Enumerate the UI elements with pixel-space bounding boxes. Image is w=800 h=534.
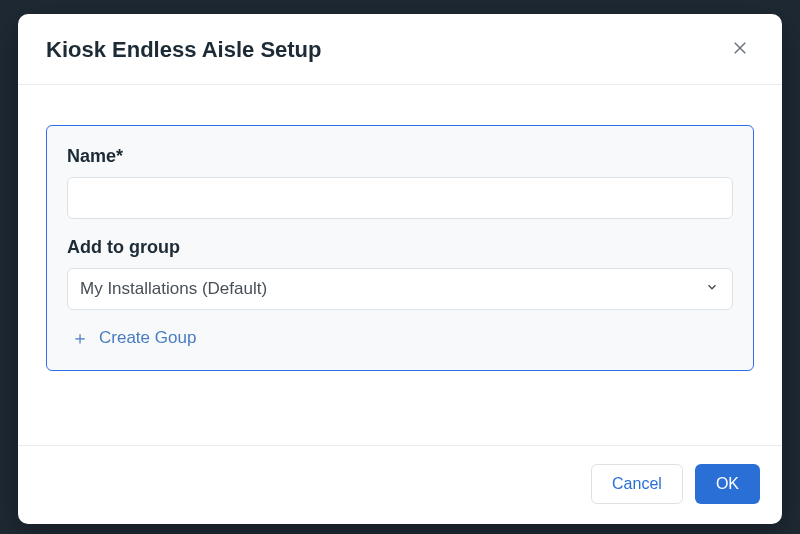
modal-footer: Cancel OK	[18, 445, 782, 524]
group-select-value: My Installations (Default)	[67, 268, 733, 310]
create-group-label: Create Goup	[99, 328, 196, 348]
name-label: Name*	[67, 146, 733, 167]
create-group-link[interactable]: ＋ Create Goup	[67, 328, 733, 348]
name-input[interactable]	[67, 177, 733, 219]
close-button[interactable]	[726, 36, 754, 64]
group-select[interactable]: My Installations (Default)	[67, 268, 733, 310]
modal-dialog: Kiosk Endless Aisle Setup Name* Add to g…	[18, 14, 782, 524]
close-icon	[731, 39, 749, 62]
plus-icon: ＋	[71, 329, 89, 347]
group-label: Add to group	[67, 237, 733, 258]
modal-header: Kiosk Endless Aisle Setup	[18, 14, 782, 85]
cancel-button[interactable]: Cancel	[591, 464, 683, 504]
form-panel: Name* Add to group My Installations (Def…	[46, 125, 754, 371]
modal-body: Name* Add to group My Installations (Def…	[18, 85, 782, 445]
ok-button[interactable]: OK	[695, 464, 760, 504]
modal-title: Kiosk Endless Aisle Setup	[46, 37, 322, 63]
